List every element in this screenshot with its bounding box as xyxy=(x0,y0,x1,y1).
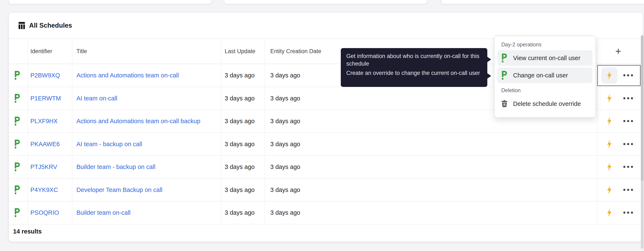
row-actions-menu-button[interactable] xyxy=(622,73,634,77)
last-update-cell: 3 days ago xyxy=(225,209,255,216)
lightning-icon[interactable] xyxy=(607,94,612,102)
menu-item-view-current-oncall[interactable]: View current on-call user xyxy=(498,50,592,66)
table-columns-icon xyxy=(18,22,25,29)
tooltip-line-2: Create an override to change the current… xyxy=(346,69,482,77)
table-row: PKAAWE6 AI team - backup on call 3 days … xyxy=(9,133,643,156)
last-update-cell: 3 days ago xyxy=(225,140,255,147)
table-row: PSOQRIO Builder team on-call 3 days ago … xyxy=(9,202,643,225)
top-card-left xyxy=(8,0,212,4)
title-link[interactable]: Builder team on-call xyxy=(76,209,130,216)
creation-date-cell: 3 days ago xyxy=(270,118,300,125)
pagerduty-icon xyxy=(14,94,20,103)
oncall-tooltip: Get information about who is currently o… xyxy=(341,48,487,87)
creation-date-cell: 3 days ago xyxy=(270,95,300,102)
tooltip-arrow xyxy=(487,73,491,79)
title-link[interactable]: Developer Team Backup on call xyxy=(76,186,162,193)
menu-item-label: View current on-call user xyxy=(513,55,580,62)
creation-date-cell: 3 days ago xyxy=(270,209,300,216)
menu-item-change-oncall[interactable]: Change on-call user xyxy=(498,67,592,83)
creation-date-cell: 3 days ago xyxy=(270,140,300,147)
last-update-cell: 3 days ago xyxy=(225,118,255,125)
row-actions-menu-button[interactable] xyxy=(622,119,634,123)
pagerduty-icon xyxy=(501,71,508,80)
row-actions-dropdown: Day-2 operations View current on-call us… xyxy=(494,36,596,118)
row-actions-menu-button[interactable] xyxy=(622,142,634,146)
last-update-cell: 3 days ago xyxy=(225,186,255,193)
row-actions-menu-button[interactable] xyxy=(622,96,634,100)
trash-icon xyxy=(501,100,508,107)
column-header-entity-creation-date: Entity Creation Date xyxy=(270,39,321,64)
lightning-icon[interactable] xyxy=(607,208,612,217)
table-row: P4YK9XC Developer Team Backup on call 3 … xyxy=(9,179,643,202)
menu-section-label: Day-2 operations xyxy=(498,41,592,48)
table-row: PTJ5KRV Builder team - backup on call 3 … xyxy=(9,156,643,179)
creation-date-cell: 3 days ago xyxy=(270,72,300,79)
column-header-last-update: Last Update xyxy=(225,39,256,64)
page-title: All Schedules xyxy=(29,22,72,29)
pagerduty-icon xyxy=(14,162,20,171)
creation-date-cell: 3 days ago xyxy=(270,164,300,170)
row-actions-menu-button[interactable] xyxy=(622,165,634,169)
pagerduty-icon xyxy=(14,185,20,194)
menu-item-label: Delete schedule override xyxy=(513,100,581,107)
lightning-icon[interactable] xyxy=(607,186,612,194)
menu-section-label: Deletion xyxy=(498,87,592,93)
title-link[interactable]: AI team - backup on call xyxy=(76,140,142,147)
card-header: All Schedules xyxy=(9,12,643,38)
top-card-middle xyxy=(224,0,427,4)
identifier-link[interactable]: PLXF9HX xyxy=(30,118,58,125)
identifier-link[interactable]: P1ERWTM xyxy=(30,95,61,102)
pagerduty-icon xyxy=(14,71,20,80)
last-update-cell: 3 days ago xyxy=(225,164,255,170)
pagerduty-icon xyxy=(14,140,20,149)
identifier-link[interactable]: P4YK9XC xyxy=(30,186,58,193)
pagerduty-icon xyxy=(501,54,508,62)
lightning-icon[interactable] xyxy=(607,71,612,79)
top-card-right xyxy=(441,0,644,4)
title-link[interactable]: Actions and Automations team on-call bac… xyxy=(76,118,200,125)
menu-item-delete-schedule-override[interactable]: Delete schedule override xyxy=(498,96,592,112)
last-update-cell: 3 days ago xyxy=(225,95,255,102)
lightning-icon[interactable] xyxy=(607,163,612,171)
row-actions-menu-button[interactable] xyxy=(622,211,634,215)
menu-item-label: Change on-call user xyxy=(513,72,568,79)
pagerduty-icon xyxy=(14,208,20,217)
last-update-cell: 3 days ago xyxy=(225,72,255,79)
row-actions-menu-button[interactable] xyxy=(622,188,634,192)
identifier-link[interactable]: PKAAWE6 xyxy=(30,140,60,147)
identifier-link[interactable]: P2BW9XQ xyxy=(30,72,60,79)
lightning-icon[interactable] xyxy=(607,117,612,125)
creation-date-cell: 3 days ago xyxy=(270,186,300,193)
tooltip-line-1: Get information about who is currently o… xyxy=(346,52,482,67)
title-link[interactable]: Builder team - backup on call xyxy=(76,164,156,170)
title-link[interactable]: Actions and Automations team on-call xyxy=(76,72,179,79)
scrollbar-thumb[interactable] xyxy=(641,35,644,181)
column-header-identifier: Identifier xyxy=(30,39,52,64)
schedules-page: { "header": { "title": "All Schedules" }… xyxy=(0,0,644,251)
lightning-icon[interactable] xyxy=(607,140,612,148)
identifier-link[interactable]: PTJ5KRV xyxy=(30,164,57,170)
pagerduty-icon xyxy=(14,117,20,125)
tooltip-arrow xyxy=(487,56,491,62)
column-header-title: Title xyxy=(76,39,87,64)
add-schedule-button[interactable]: + xyxy=(612,44,625,58)
results-count: 14 results xyxy=(13,227,42,236)
title-link[interactable]: AI team on-call xyxy=(76,95,117,102)
identifier-link[interactable]: PSOQRIO xyxy=(30,209,59,216)
